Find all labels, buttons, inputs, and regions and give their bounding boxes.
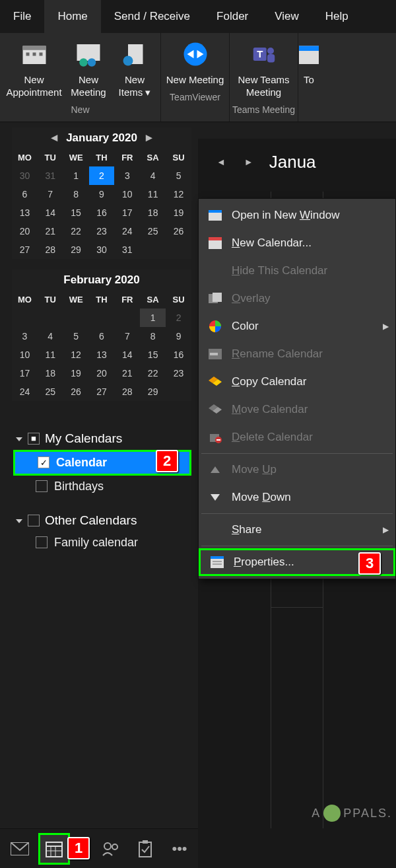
ctx-item-share[interactable]: Share▶ xyxy=(199,516,395,544)
checkbox[interactable] xyxy=(28,515,40,526)
day-cell[interactable]: 3 xyxy=(114,166,140,185)
day-cell[interactable]: 19 xyxy=(63,364,89,382)
new-items-button[interactable]: New Items ▾ xyxy=(112,36,158,102)
menu-help[interactable]: Help xyxy=(312,0,362,33)
day-cell[interactable]: 30 xyxy=(12,166,38,185)
new-appointment-button[interactable]: New Appointment xyxy=(3,36,65,102)
day-cell[interactable]: 12 xyxy=(63,345,89,364)
prev-month-icon[interactable]: ◄ xyxy=(48,131,61,145)
day-cell[interactable]: 2 xyxy=(166,308,191,327)
day-cell[interactable]: 28 xyxy=(114,382,140,401)
day-cell[interactable]: 21 xyxy=(38,222,63,240)
day-cell[interactable]: 31 xyxy=(114,240,140,259)
day-cell[interactable] xyxy=(38,308,63,327)
prev-range-icon[interactable]: ◄ xyxy=(214,157,228,167)
ctx-item-color[interactable]: Color▶ xyxy=(199,312,395,340)
tree-item-birthdays[interactable]: Birthdays xyxy=(13,476,191,497)
day-cell[interactable]: 1 xyxy=(140,308,166,327)
tree-group-other-calendars[interactable]: Other Calendars xyxy=(13,509,191,532)
day-cell[interactable]: 7 xyxy=(114,327,140,345)
day-cell[interactable]: 16 xyxy=(89,203,115,222)
ctx-item-new-calendar[interactable]: New Calendar... xyxy=(199,229,395,257)
day-cell[interactable]: 27 xyxy=(89,382,115,401)
day-cell[interactable]: 26 xyxy=(63,382,89,401)
day-cell[interactable] xyxy=(89,308,115,327)
day-cell[interactable]: 5 xyxy=(166,166,191,185)
day-cell[interactable]: 4 xyxy=(38,327,63,345)
nav-tasks-button[interactable] xyxy=(129,833,161,865)
menu-home[interactable]: Home xyxy=(44,0,100,33)
day-cell[interactable]: 22 xyxy=(140,364,166,382)
day-cell[interactable]: 11 xyxy=(140,185,166,203)
day-cell[interactable]: 18 xyxy=(140,203,166,222)
day-cell[interactable]: 23 xyxy=(89,222,115,240)
day-cell[interactable]: 27 xyxy=(12,240,38,259)
day-cell[interactable]: 17 xyxy=(12,364,38,382)
day-cell[interactable]: 9 xyxy=(89,185,115,203)
day-cell[interactable]: 24 xyxy=(114,222,140,240)
day-cell[interactable] xyxy=(166,382,191,401)
day-cell[interactable]: 13 xyxy=(89,345,115,364)
day-cell[interactable]: 31 xyxy=(38,166,63,185)
mini-calendar[interactable]: MOTUWETHFRSASU 3031123456789101112131415… xyxy=(12,149,191,259)
day-cell[interactable]: 4 xyxy=(140,166,166,185)
day-cell[interactable]: 14 xyxy=(38,203,63,222)
menu-file[interactable]: File xyxy=(0,0,44,33)
day-cell[interactable]: 20 xyxy=(89,364,115,382)
checkbox[interactable]: ■ xyxy=(28,433,40,445)
day-cell[interactable]: 19 xyxy=(166,203,191,222)
next-range-icon[interactable]: ► xyxy=(242,157,256,167)
day-cell[interactable] xyxy=(12,308,38,327)
day-cell[interactable]: 18 xyxy=(38,364,63,382)
nav-more-button[interactable]: ••• xyxy=(164,833,195,865)
day-cell[interactable]: 6 xyxy=(12,185,38,203)
day-cell[interactable]: 2 xyxy=(89,166,115,185)
day-cell[interactable]: 10 xyxy=(114,185,140,203)
nav-people-button[interactable] xyxy=(95,833,127,865)
day-cell[interactable]: 5 xyxy=(63,327,89,345)
day-cell[interactable]: 7 xyxy=(38,185,63,203)
day-cell[interactable]: 14 xyxy=(114,345,140,364)
menu-view[interactable]: View xyxy=(261,0,312,33)
teams-meeting-button[interactable]: T New Teams Meeting xyxy=(232,36,295,102)
day-cell[interactable]: 25 xyxy=(38,382,63,401)
day-cell[interactable]: 10 xyxy=(12,345,38,364)
tree-group-my-calendars[interactable]: ■ My Calendars xyxy=(13,427,191,450)
checkbox[interactable] xyxy=(36,536,48,548)
ctx-item-copy-calendar[interactable]: Copy Calendar xyxy=(199,368,395,396)
day-cell[interactable]: 15 xyxy=(140,345,166,364)
day-cell[interactable]: 11 xyxy=(38,345,63,364)
teamviewer-meeting-button[interactable]: New Meeting xyxy=(164,36,226,89)
day-cell[interactable]: 22 xyxy=(63,222,89,240)
nav-calendar-button[interactable] xyxy=(38,833,70,865)
day-cell[interactable]: 28 xyxy=(38,240,63,259)
day-cell[interactable]: 9 xyxy=(166,327,191,345)
day-cell[interactable]: 26 xyxy=(166,222,191,240)
checkbox[interactable] xyxy=(36,480,48,492)
day-cell[interactable]: 17 xyxy=(114,203,140,222)
day-cell[interactable]: 21 xyxy=(114,364,140,382)
day-view-button[interactable]: To xyxy=(298,36,319,89)
checkbox-checked[interactable]: ✓ xyxy=(38,456,50,468)
ctx-item-move-down[interactable]: Move Down xyxy=(199,484,395,511)
ctx-item-open-in-new-window[interactable]: Open in New Window xyxy=(199,201,395,229)
day-cell[interactable]: 3 xyxy=(12,327,38,345)
day-cell[interactable]: 29 xyxy=(63,240,89,259)
day-cell[interactable] xyxy=(63,308,89,327)
day-cell[interactable]: 13 xyxy=(12,203,38,222)
day-cell[interactable]: 8 xyxy=(63,185,89,203)
new-meeting-button[interactable]: New Meeting xyxy=(65,36,112,102)
tree-item-family-calendar[interactable]: Family calendar xyxy=(13,532,191,554)
day-cell[interactable]: 23 xyxy=(166,364,191,382)
day-cell[interactable]: 25 xyxy=(140,222,166,240)
day-cell[interactable]: 29 xyxy=(140,382,166,401)
day-cell[interactable]: 12 xyxy=(166,185,191,203)
day-cell[interactable]: 6 xyxy=(89,327,115,345)
day-cell[interactable] xyxy=(140,240,166,259)
menu-send-receive[interactable]: Send / Receive xyxy=(101,0,203,33)
day-cell[interactable] xyxy=(166,240,191,259)
menu-folder[interactable]: Folder xyxy=(203,0,261,33)
nav-mail-button[interactable] xyxy=(4,833,36,865)
day-cell[interactable]: 30 xyxy=(89,240,115,259)
day-cell[interactable]: 20 xyxy=(12,222,38,240)
